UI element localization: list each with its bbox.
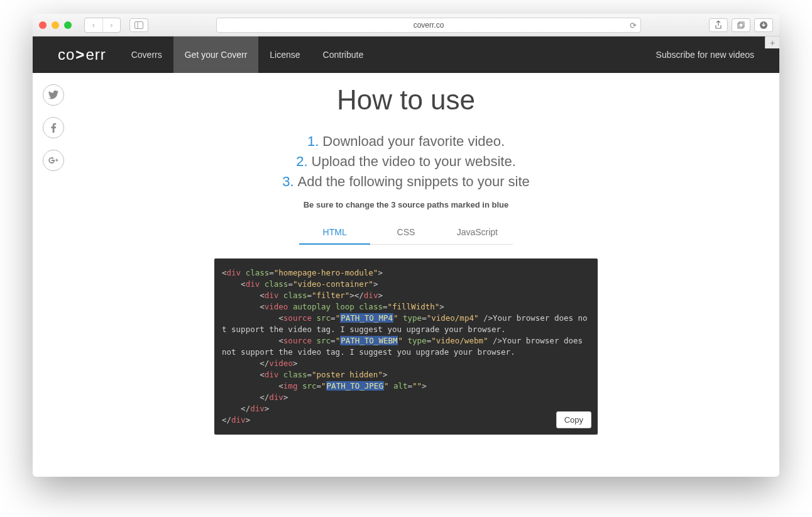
facebook-button[interactable] — [43, 117, 64, 138]
sidebar-icon — [134, 21, 143, 29]
code-value: fillWidth — [392, 302, 435, 311]
tab-label: HTML — [323, 227, 347, 237]
forward-button[interactable]: › — [102, 18, 120, 32]
logo-text-post: err — [85, 46, 106, 64]
code-value: video-container — [297, 279, 368, 289]
tab-html[interactable]: HTML — [299, 221, 370, 245]
code-highlight: PATH_TO_MP4 — [340, 313, 393, 323]
download-icon — [759, 21, 768, 30]
tabs-icon — [737, 21, 745, 30]
nav-link-label: License — [270, 50, 300, 60]
code-highlight: PATH_TO_WEBM — [340, 336, 398, 345]
sidebar-toggle-button[interactable] — [129, 18, 148, 32]
twitter-icon — [48, 90, 58, 100]
nav-link-label: Coverrs — [131, 50, 162, 60]
code-value: homepage-hero-module — [278, 268, 373, 277]
site-navbar: co>err Coverrs Get your Coverr License C… — [33, 36, 779, 73]
browser-window: ‹ › coverr.co ⟳ + co>err — [33, 14, 779, 477]
copy-button[interactable]: Copy — [556, 411, 591, 428]
nav-arrow-group: ‹ › — [84, 18, 121, 33]
code-text: Your browser does not support the video … — [222, 336, 588, 357]
share-icon — [714, 21, 723, 30]
logo-glyph: > — [75, 46, 85, 64]
toolbar-right — [709, 18, 773, 32]
page-title: How to use — [33, 84, 779, 116]
googleplus-icon — [48, 155, 58, 165]
svg-rect-3 — [739, 22, 744, 27]
svg-rect-0 — [135, 21, 143, 28]
nav-link-label: Contribute — [323, 50, 364, 60]
nav-link-contribute[interactable]: Contribute — [312, 36, 375, 73]
downloads-button[interactable] — [754, 18, 773, 32]
new-tab-button[interactable]: + — [765, 36, 779, 48]
tab-css[interactable]: CSS — [370, 221, 441, 245]
social-rail — [43, 84, 64, 171]
reload-button[interactable]: ⟳ — [630, 20, 637, 30]
logo-text-pre: co — [58, 46, 75, 64]
code-tabs: HTML CSS JavaScript — [299, 221, 513, 245]
close-window-button[interactable] — [39, 21, 47, 29]
url-text: coverr.co — [414, 21, 444, 30]
svg-rect-2 — [738, 23, 743, 28]
nav-link-coverrs[interactable]: Coverrs — [120, 36, 173, 73]
step-item: 2.Upload the video to your website. — [33, 153, 779, 170]
steps-list: 1.Download your favorite video. 2.Upload… — [33, 133, 779, 190]
minimize-window-button[interactable] — [52, 21, 59, 29]
facebook-icon — [48, 123, 58, 133]
nav-subscribe-label: Subscribe for new videos — [656, 50, 754, 60]
nav-subscribe[interactable]: Subscribe for new videos — [631, 36, 779, 73]
tabs-button[interactable] — [732, 18, 750, 32]
share-button[interactable] — [709, 18, 728, 32]
copy-button-label: Copy — [564, 415, 583, 425]
step-number: 1. — [307, 133, 319, 149]
back-button[interactable]: ‹ — [85, 18, 102, 32]
twitter-button[interactable] — [43, 84, 64, 106]
page-viewport: co>err Coverrs Get your Coverr License C… — [33, 36, 779, 477]
tab-javascript[interactable]: JavaScript — [442, 221, 513, 245]
nav-link-license[interactable]: License — [258, 36, 311, 73]
step-text: Download your favorite video. — [322, 133, 505, 149]
googleplus-button[interactable] — [43, 150, 64, 171]
address-bar[interactable]: coverr.co ⟳ — [216, 18, 641, 33]
content-area: How to use 1.Download your favorite vide… — [33, 73, 779, 477]
code-value: video/mp4 — [431, 313, 474, 323]
nav-link-get-your-coverr[interactable]: Get your Coverr — [173, 36, 259, 73]
nav-link-label: Get your Coverr — [185, 50, 248, 60]
code-value: video/webm — [436, 336, 483, 345]
tab-label: JavaScript — [457, 227, 498, 237]
browser-titlebar: ‹ › coverr.co ⟳ + — [33, 14, 779, 36]
code-value: filter — [317, 291, 345, 300]
step-number: 2. — [296, 153, 307, 169]
step-number: 3. — [282, 174, 294, 189]
nav-links: Coverrs Get your Coverr License Contribu… — [120, 36, 375, 73]
step-item: 1.Download your favorite video. — [33, 133, 779, 150]
step-item: 3.Add the following snippets to your sit… — [33, 174, 779, 190]
window-controls — [39, 21, 72, 29]
code-block[interactable]: <div class="homepage-hero-module"> <div … — [214, 258, 598, 435]
logo[interactable]: co>err — [33, 36, 120, 73]
tab-label: CSS — [397, 227, 415, 237]
maximize-window-button[interactable] — [64, 21, 72, 29]
code-highlight: PATH_TO_JPEG — [326, 381, 384, 391]
code-value: poster hidden — [317, 370, 378, 379]
step-text: Add the following snippets to your site — [298, 174, 530, 189]
step-text: Upload the video to your website. — [312, 153, 516, 169]
note-text: Be sure to change the 3 source paths mar… — [33, 200, 779, 209]
